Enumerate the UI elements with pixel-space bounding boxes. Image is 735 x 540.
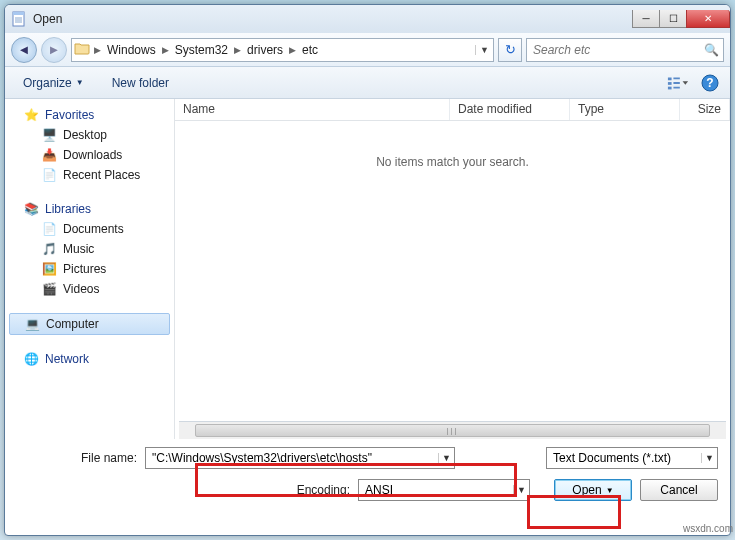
search-input[interactable] — [527, 43, 699, 57]
encoding-combo[interactable]: ANSI ▼ — [358, 479, 530, 501]
organize-button[interactable]: Organize ▼ — [13, 73, 94, 93]
open-button[interactable]: Open▼ — [554, 479, 632, 501]
recent-icon: 📄 — [41, 167, 57, 183]
help-button[interactable]: ? — [698, 72, 722, 94]
col-type[interactable]: Type — [570, 99, 680, 120]
maximize-button[interactable]: ☐ — [659, 10, 687, 28]
refresh-button[interactable]: ↻ — [498, 38, 522, 62]
sidebar-item-network[interactable]: 🌐Network — [5, 349, 174, 369]
sidebar-item-videos[interactable]: 🎬Videos — [5, 279, 174, 299]
back-button[interactable]: ◄ — [11, 37, 37, 63]
svg-rect-5 — [668, 77, 672, 80]
window-title: Open — [33, 12, 62, 26]
computer-icon: 💻 — [24, 316, 40, 332]
sidebar-item-pictures[interactable]: 🖼️Pictures — [5, 259, 174, 279]
nav-row: ◄ ► ▶ Windows ▶ System32 ▶ drivers ▶ etc… — [5, 33, 730, 67]
titlebar[interactable]: Open ─ ☐ ✕ — [5, 5, 730, 33]
notepad-icon — [11, 11, 27, 27]
libraries-icon: 📚 — [23, 201, 39, 217]
cancel-button[interactable]: Cancel — [640, 479, 718, 501]
filetype-value: Text Documents (*.txt) — [547, 451, 701, 465]
sidebar-group-libraries[interactable]: 📚Libraries — [5, 199, 174, 219]
folder-icon — [72, 41, 92, 58]
view-button[interactable] — [666, 72, 690, 94]
watermark: wsxdn.com — [683, 523, 733, 534]
column-headers: Name Date modified Type Size — [175, 99, 730, 121]
toolbar: Organize ▼ New folder ? — [5, 67, 730, 99]
encoding-dropdown[interactable]: ▼ — [513, 485, 529, 495]
col-name[interactable]: Name — [175, 99, 450, 120]
music-icon: 🎵 — [41, 241, 57, 257]
search-icon[interactable]: 🔍 — [699, 43, 723, 57]
empty-message: No items match your search. — [175, 121, 730, 421]
minimize-button[interactable]: ─ — [632, 10, 660, 28]
filename-label: File name: — [17, 451, 137, 465]
pictures-icon: 🖼️ — [41, 261, 57, 277]
sidebar-group-favorites[interactable]: ⭐Favorites — [5, 105, 174, 125]
filename-combo[interactable]: ▼ — [145, 447, 455, 469]
downloads-icon: 📥 — [41, 147, 57, 163]
breadcrumb[interactable]: System32 — [171, 43, 232, 57]
horizontal-scrollbar[interactable]: ||| — [179, 421, 726, 439]
sidebar-item-documents[interactable]: 📄Documents — [5, 219, 174, 239]
sidebar-item-recent[interactable]: 📄Recent Places — [5, 165, 174, 185]
forward-button[interactable]: ► — [41, 37, 67, 63]
videos-icon: 🎬 — [41, 281, 57, 297]
svg-text:?: ? — [706, 76, 713, 90]
svg-rect-1 — [13, 12, 24, 15]
filetype-dropdown[interactable]: ▼ — [701, 453, 717, 463]
open-dialog-window: Open ─ ☐ ✕ ◄ ► ▶ Windows ▶ System32 ▶ dr… — [4, 4, 731, 536]
address-dropdown[interactable]: ▼ — [475, 45, 493, 55]
new-folder-button[interactable]: New folder — [102, 73, 179, 93]
breadcrumb[interactable]: Windows — [103, 43, 160, 57]
documents-icon: 📄 — [41, 221, 57, 237]
bottom-panel: File name: ▼ Text Documents (*.txt) ▼ En… — [5, 439, 730, 521]
sidebar-item-desktop[interactable]: 🖥️Desktop — [5, 125, 174, 145]
address-bar[interactable]: ▶ Windows ▶ System32 ▶ drivers ▶ etc ▼ — [71, 38, 494, 62]
close-button[interactable]: ✕ — [686, 10, 730, 28]
breadcrumb[interactable]: etc — [298, 43, 322, 57]
sidebar-item-computer[interactable]: 💻Computer — [9, 313, 170, 335]
file-list-area: Name Date modified Type Size No items ma… — [175, 99, 730, 439]
sidebar: ⭐Favorites 🖥️Desktop 📥Downloads 📄Recent … — [5, 99, 175, 439]
encoding-value: ANSI — [359, 483, 513, 497]
svg-rect-6 — [668, 82, 672, 85]
filename-input[interactable] — [146, 451, 438, 465]
network-icon: 🌐 — [23, 351, 39, 367]
svg-rect-7 — [668, 86, 672, 89]
star-icon: ⭐ — [23, 107, 39, 123]
col-date[interactable]: Date modified — [450, 99, 570, 120]
sidebar-item-downloads[interactable]: 📥Downloads — [5, 145, 174, 165]
encoding-label: Encoding: — [297, 483, 350, 497]
sidebar-item-music[interactable]: 🎵Music — [5, 239, 174, 259]
breadcrumb[interactable]: drivers — [243, 43, 287, 57]
search-box[interactable]: 🔍 — [526, 38, 724, 62]
filename-dropdown[interactable]: ▼ — [438, 453, 454, 463]
col-size[interactable]: Size — [680, 99, 730, 120]
desktop-icon: 🖥️ — [41, 127, 57, 143]
filetype-combo[interactable]: Text Documents (*.txt) ▼ — [546, 447, 718, 469]
